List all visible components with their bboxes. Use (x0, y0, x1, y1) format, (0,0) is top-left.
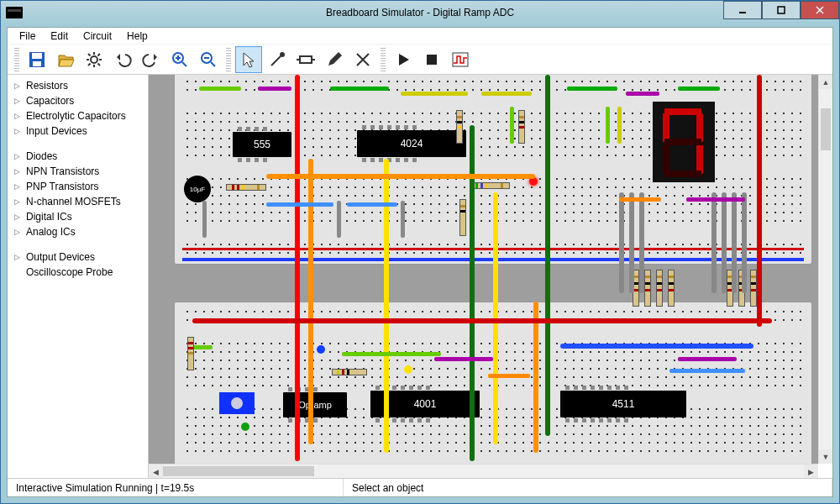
resistor[interactable] (470, 182, 510, 189)
resistor[interactable] (518, 110, 525, 144)
cat-electrolytic[interactable]: ▷Electrolytic Capacitors (8, 108, 148, 123)
resistor[interactable] (656, 270, 663, 307)
jumper[interactable] (626, 92, 659, 96)
cat-analog-ics[interactable]: ▷Analog ICs (8, 224, 148, 239)
jumper[interactable] (337, 201, 341, 238)
jumper[interactable] (199, 87, 241, 91)
wire[interactable] (308, 159, 313, 444)
scrollbar-thumb[interactable] (163, 466, 314, 476)
jumper[interactable] (617, 107, 622, 144)
wire[interactable] (722, 192, 727, 293)
cat-pnp[interactable]: ▷PNP Transistors (8, 179, 148, 194)
cat-npn[interactable]: ▷NPN Transistors (8, 164, 148, 179)
jumper[interactable] (619, 197, 661, 202)
titlebar[interactable]: Breadboard Simulator - Digital Ramp ADC (1, 1, 839, 24)
capacitor-10uf[interactable]: 10µF (184, 176, 211, 202)
resistor[interactable] (187, 337, 194, 370)
scroll-left-icon[interactable]: ◀ (149, 465, 163, 479)
horizontal-scrollbar[interactable]: ◀ ▶ (149, 464, 818, 478)
resistor[interactable] (750, 270, 757, 307)
wire[interactable] (295, 75, 300, 461)
menu-edit[interactable]: Edit (44, 29, 75, 43)
scrollbar-thumb[interactable] (821, 108, 831, 150)
wire[interactable] (560, 344, 753, 349)
jumper[interactable] (678, 357, 737, 361)
cat-capacitors[interactable]: ▷Capacitors (8, 93, 148, 108)
cut-tool[interactable] (349, 46, 376, 73)
wire[interactable] (533, 302, 538, 453)
cat-scope-probe[interactable]: ▷Oscilloscope Probe (8, 265, 148, 280)
wire[interactable] (742, 192, 747, 293)
toolbar-grip-2[interactable] (226, 48, 231, 71)
select-tool[interactable] (235, 46, 262, 73)
wire[interactable] (266, 174, 535, 179)
resistor-tool[interactable] (292, 46, 319, 73)
led-blue[interactable] (317, 345, 325, 354)
cat-digital-ics[interactable]: ▷Digital ICs (8, 209, 148, 224)
chip-555[interactable]: 555 (233, 132, 291, 157)
cat-resistors[interactable]: ▷Resistors (8, 78, 148, 93)
resistor[interactable] (644, 270, 651, 307)
minimize-button[interactable] (723, 1, 762, 19)
jumper[interactable] (678, 87, 720, 91)
jumper[interactable] (567, 87, 617, 91)
redo-button[interactable] (138, 46, 165, 73)
toolbar-grip[interactable] (14, 48, 19, 71)
scroll-right-icon[interactable]: ▶ (804, 465, 818, 479)
close-button[interactable] (801, 1, 839, 19)
breadboard-canvas[interactable]: 555 4024 (149, 75, 818, 464)
resistor[interactable] (668, 270, 675, 307)
jumper[interactable] (192, 345, 213, 349)
potentiometer[interactable] (219, 392, 255, 414)
chip-4511[interactable]: 4511 (560, 391, 686, 417)
cat-input-devices[interactable]: ▷Input Devices (8, 123, 148, 139)
jumper[interactable] (374, 352, 441, 356)
play-button[interactable] (390, 46, 417, 73)
maximize-button[interactable] (762, 1, 801, 19)
scroll-up-icon[interactable]: ▲ (819, 75, 832, 89)
seven-segment-display[interactable] (653, 102, 715, 182)
undo-button[interactable] (109, 46, 136, 73)
jumper[interactable] (481, 92, 532, 96)
wire[interactable] (192, 318, 772, 323)
chip-4024[interactable]: 4024 (357, 130, 466, 157)
jumper[interactable] (488, 374, 530, 378)
jumper[interactable] (347, 202, 397, 207)
jumper[interactable] (606, 107, 610, 144)
jumper[interactable] (330, 87, 389, 91)
menu-file[interactable]: File (13, 29, 42, 43)
led-yellow[interactable] (404, 365, 412, 374)
jumper[interactable] (686, 197, 745, 202)
draw-tool[interactable] (321, 46, 348, 73)
jumper[interactable] (669, 369, 745, 373)
jumper[interactable] (202, 201, 207, 238)
cat-output-devices[interactable]: ▷Output Devices (8, 249, 148, 265)
jumper[interactable] (266, 202, 333, 207)
resistor[interactable] (459, 199, 466, 236)
resistor[interactable] (226, 184, 266, 191)
wire[interactable] (639, 192, 644, 293)
cat-mosfets[interactable]: ▷N-channel MOSFETs (8, 194, 148, 209)
zoom-out-button[interactable] (195, 46, 222, 73)
toolbar-grip-3[interactable] (381, 48, 386, 71)
wire[interactable] (619, 192, 624, 293)
resistor[interactable] (332, 369, 367, 375)
wire[interactable] (732, 192, 737, 293)
jumper[interactable] (401, 92, 468, 96)
scroll-down-icon[interactable]: ▼ (819, 449, 832, 464)
settings-button[interactable] (81, 46, 108, 73)
wire[interactable] (711, 192, 717, 293)
vertical-scrollbar[interactable]: ▲ ▼ (818, 75, 832, 464)
jumper[interactable] (258, 87, 291, 91)
jumper[interactable] (510, 107, 514, 144)
open-button[interactable] (52, 46, 79, 73)
led-green[interactable] (241, 423, 249, 431)
save-button[interactable] (24, 46, 50, 73)
chip-opamp[interactable]: Op-amp (283, 392, 347, 417)
menu-help[interactable]: Help (120, 29, 155, 43)
stop-button[interactable] (418, 46, 445, 73)
jumper[interactable] (401, 201, 405, 238)
jumper[interactable] (434, 357, 493, 361)
scope-button[interactable] (447, 46, 474, 73)
cat-diodes[interactable]: ▷Diodes (8, 149, 148, 164)
